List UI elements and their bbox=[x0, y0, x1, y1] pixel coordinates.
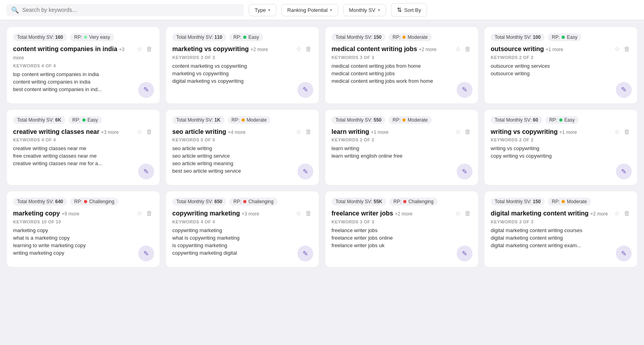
delete-button[interactable]: 🗑 bbox=[305, 210, 312, 217]
star-button[interactable]: ☆ bbox=[454, 210, 461, 217]
keyword-item: best content writing companies in ind... bbox=[13, 86, 153, 92]
more-tag: +3 more bbox=[242, 211, 259, 217]
keyword-item: best seo article writing service bbox=[172, 168, 312, 174]
keyword-item: outsource writing bbox=[491, 71, 631, 76]
ranking-label: Ranking Potential bbox=[287, 7, 328, 13]
card-title: marketing vs copywriting +2 more bbox=[172, 45, 295, 53]
search-icon: 🔍 bbox=[11, 6, 19, 14]
keywords-label: KEYWORDS 3 of 3 bbox=[332, 219, 472, 224]
edit-button[interactable]: ✎ bbox=[457, 82, 473, 98]
keyword-list: marketing copywhat is a marketing copyle… bbox=[13, 227, 153, 256]
keyword-item: content marketing vs copywriting bbox=[172, 63, 312, 69]
delete-button[interactable]: 🗑 bbox=[305, 45, 312, 53]
card-title-row: marketing copy +9 more☆🗑 bbox=[13, 210, 153, 218]
rp-badge: RP: Challenging bbox=[389, 198, 437, 206]
rp-badge: RP: Easy bbox=[69, 116, 102, 124]
keyword-item: writing vs copywriting bbox=[491, 145, 631, 151]
delete-button[interactable]: 🗑 bbox=[623, 128, 631, 136]
card-header: Total Monthly SV: 1KRP: Moderate bbox=[172, 116, 312, 124]
star-button[interactable]: ☆ bbox=[614, 45, 621, 53]
card-header: Total Monthly SV: 6KRP: Easy bbox=[13, 116, 153, 124]
search-input[interactable] bbox=[22, 7, 239, 13]
edit-button[interactable]: ✎ bbox=[297, 82, 313, 98]
type-filter-button[interactable]: Type ▾ bbox=[249, 4, 276, 16]
star-button[interactable]: ☆ bbox=[295, 128, 302, 136]
keyword-item: copywriting marketing bbox=[172, 227, 312, 233]
keywords-count-label: KEYWORDS 3 of 3 bbox=[332, 219, 374, 224]
keyword-item: free creative writing classes near me bbox=[13, 153, 153, 159]
card-title: digital marketing content writing +2 mor… bbox=[491, 210, 614, 218]
edit-button[interactable]: ✎ bbox=[457, 246, 473, 261]
keywords-count-label: KEYWORDS 3 of 3 bbox=[332, 55, 374, 60]
delete-button[interactable]: 🗑 bbox=[145, 210, 153, 217]
keyword-list: top content writing companies in indiaco… bbox=[13, 71, 153, 92]
edit-button[interactable]: ✎ bbox=[297, 246, 313, 261]
star-button[interactable]: ☆ bbox=[454, 45, 461, 53]
rp-dot-icon bbox=[562, 36, 565, 39]
delete-button[interactable]: 🗑 bbox=[464, 210, 472, 217]
delete-button[interactable]: 🗑 bbox=[464, 45, 472, 53]
card-icon-row: ☆🗑 bbox=[295, 210, 312, 217]
keyword-item: what is copywriting marketing bbox=[172, 235, 312, 241]
card-title: copywriting marketing +3 more bbox=[172, 210, 295, 218]
edit-button[interactable]: ✎ bbox=[616, 82, 632, 98]
delete-button[interactable]: 🗑 bbox=[623, 45, 631, 53]
card-icon-row: ☆🗑 bbox=[454, 210, 472, 217]
card-title-row: creative writing classes near +3 more☆🗑 bbox=[13, 128, 153, 136]
star-button[interactable]: ☆ bbox=[295, 45, 302, 53]
keyword-item: copy writing vs copywriting bbox=[491, 153, 631, 159]
delete-button[interactable]: 🗑 bbox=[145, 45, 153, 53]
card-8: Total Monthly SV: 640RP: Challengingmark… bbox=[6, 191, 160, 267]
keyword-list: freelance writer jobsfreelance writer jo… bbox=[332, 227, 472, 248]
card-header: Total Monthly SV: 650RP: Challenging bbox=[172, 198, 312, 206]
keywords-count-label: KEYWORDS 4 of 4 bbox=[13, 137, 56, 142]
delete-button[interactable]: 🗑 bbox=[464, 128, 472, 136]
sort-icon: ⇅ bbox=[397, 6, 402, 13]
keyword-item: is copywriting marketing bbox=[172, 242, 312, 248]
keyword-item: learning to write marketing copy bbox=[13, 242, 153, 248]
edit-button[interactable]: ✎ bbox=[138, 82, 154, 98]
keywords-count-label: KEYWORDS 4 of 4 bbox=[172, 219, 215, 224]
rp-dot-icon bbox=[403, 200, 406, 203]
card-5: Total Monthly SV: 1KRP: Moderateseo arti… bbox=[166, 109, 319, 186]
keyword-item: digital marketing content writing exam..… bbox=[491, 242, 631, 248]
keywords-label: KEYWORDS 2 of 2 bbox=[491, 137, 631, 142]
edit-button[interactable]: ✎ bbox=[457, 164, 473, 179]
edit-button[interactable]: ✎ bbox=[297, 164, 313, 179]
total-sv-badge: Total Monthly SV: 110 bbox=[172, 33, 226, 41]
rp-dot-icon bbox=[562, 200, 565, 203]
keywords-label: KEYWORDS 2 of 2 bbox=[491, 55, 631, 60]
star-button[interactable]: ☆ bbox=[295, 210, 302, 217]
star-button[interactable]: ☆ bbox=[136, 45, 143, 53]
edit-button[interactable]: ✎ bbox=[138, 164, 154, 179]
edit-button[interactable]: ✎ bbox=[616, 164, 632, 179]
monthly-sv-filter-button[interactable]: Monthly SV ▾ bbox=[343, 4, 386, 16]
sort-button[interactable]: ⇅ Sort By bbox=[391, 3, 427, 17]
star-button[interactable]: ☆ bbox=[136, 210, 143, 217]
ranking-potential-filter-button[interactable]: Ranking Potential ▾ bbox=[281, 4, 338, 16]
star-button[interactable]: ☆ bbox=[136, 128, 143, 136]
total-sv-badge: Total Monthly SV: 550 bbox=[332, 116, 385, 124]
star-button[interactable]: ☆ bbox=[454, 128, 461, 136]
rp-dot-icon bbox=[243, 36, 246, 39]
star-button[interactable]: ☆ bbox=[614, 210, 621, 217]
total-sv-badge: Total Monthly SV: 640 bbox=[13, 198, 67, 206]
star-button[interactable]: ☆ bbox=[614, 128, 621, 136]
edit-button[interactable]: ✎ bbox=[616, 246, 632, 261]
keyword-item: seo article writing meaning bbox=[172, 160, 312, 166]
delete-button[interactable]: 🗑 bbox=[145, 128, 153, 136]
total-sv-badge: Total Monthly SV: 150 bbox=[491, 198, 545, 206]
delete-button[interactable]: 🗑 bbox=[623, 210, 631, 217]
card-1: Total Monthly SV: 110RP: Easymarketing v… bbox=[166, 27, 319, 104]
more-tag: +9 more bbox=[62, 211, 79, 217]
keyword-item: medical content writing jobs work from h… bbox=[332, 78, 472, 84]
keywords-count-label: KEYWORDS 2 of 2 bbox=[491, 137, 533, 142]
keyword-item: marketing copy bbox=[13, 227, 153, 233]
topbar: 🔍 Type ▾ Ranking Potential ▾ Monthly SV … bbox=[0, 0, 644, 20]
keyword-item: content writing companies in india bbox=[13, 79, 153, 85]
card-9: Total Monthly SV: 650RP: Challengingcopy… bbox=[166, 191, 319, 267]
edit-button[interactable]: ✎ bbox=[138, 246, 154, 261]
card-3: Total Monthly SV: 100RP: Easyoutsource w… bbox=[484, 27, 638, 104]
card-title-row: digital marketing content writing +2 mor… bbox=[491, 210, 631, 218]
delete-button[interactable]: 🗑 bbox=[305, 128, 312, 136]
